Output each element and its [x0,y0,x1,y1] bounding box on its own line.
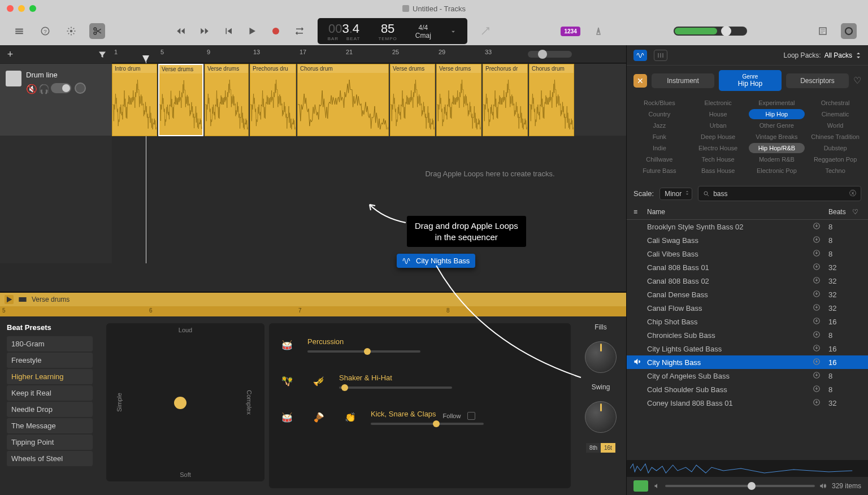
swing-resolution-toggle[interactable]: 8th16t [586,443,615,453]
genre-item[interactable]: Country [631,109,688,119]
loop-search[interactable]: ⓧ [698,186,861,201]
loop-row[interactable]: Canal Dense Bass 32 [627,288,868,301]
loop-reset-button[interactable]: ✕ [633,74,647,88]
preset-item[interactable]: The Message [7,418,93,433]
genre-item[interactable]: Chinese Tradition [807,132,863,142]
loop-row[interactable]: Canal Flow Bass 32 [627,301,868,315]
loop-row[interactable]: Coney Island 808 Bass 01 32 [627,396,868,410]
xy-pad-handle[interactable] [174,397,186,409]
genre-item[interactable]: Electronic Pop [749,166,805,176]
genre-item[interactable]: Orchestral [807,98,863,108]
view-mode-icon[interactable]: ≡ [633,208,647,216]
genre-item[interactable]: Funk [631,132,688,142]
minimize-window[interactable] [18,5,25,12]
track-toggle[interactable] [51,83,71,93]
genre-item[interactable]: Hip Hop/R&B [749,143,805,153]
loop-row[interactable]: City Lights Gated Bass 16 [627,342,868,355]
preset-item[interactable]: Needle Drop [7,402,93,417]
genre-item[interactable]: Reggaeton Pop [807,154,863,164]
count-in-badge[interactable]: 1234 [561,27,580,36]
loop-speaker-button[interactable] [633,480,648,492]
genre-item[interactable]: Indie [631,143,688,153]
headphones-icon[interactable]: 🎧 [38,84,47,93]
record-button[interactable] [268,23,284,39]
kick-icon[interactable]: 🥁 [276,406,298,428]
scale-select[interactable]: Minor [659,188,692,200]
loop-row[interactable]: Cali Vibes Bass 8 [627,247,868,260]
genre-item[interactable]: Cinematic [807,109,863,119]
horizontal-zoom-slider[interactable] [528,51,572,58]
metronome-icon[interactable] [591,23,606,39]
genre-item[interactable]: Jazz [631,120,688,131]
tab-genre[interactable]: Genre Hip Hop [719,70,782,91]
add-track-button[interactable]: + [5,49,16,60]
genre-item[interactable]: Techno [807,166,863,176]
tab-instrument[interactable]: Instrument [652,73,714,88]
mute-icon[interactable]: 🔇 [26,84,35,93]
audio-clip[interactable]: Verse drums [205,64,249,136]
loop-packs-selector[interactable]: Loop Packs: All Packs [784,51,861,59]
hihat-slider[interactable] [339,387,452,389]
genre-item[interactable]: Hip Hop [749,109,805,119]
editor-play-icon[interactable] [5,295,14,304]
loop-row[interactable]: Chronicles Sub Bass 8 [627,328,868,342]
search-clear-icon[interactable]: ⓧ [849,189,856,198]
loop-list[interactable]: Brooklyn Style Synth Bass 02 8 Cali Swag… [627,220,868,460]
editor-ruler[interactable]: 5 6 7 8 [0,306,626,316]
close-window[interactable] [7,5,14,12]
rewind-button[interactable] [173,23,189,39]
snare-icon[interactable]: 🪘 [307,406,330,428]
lcd-signature[interactable]: 4/4 Cmaj [415,24,431,40]
go-to-start-button[interactable] [220,23,236,39]
loop-row[interactable]: Cold Shoulder Sub Bass 8 [627,383,868,396]
audio-clip[interactable]: Verse drums [390,64,435,136]
genre-item[interactable]: World [807,120,863,131]
loop-row[interactable]: Chip Shot Bass 16 [627,315,868,328]
audio-clip[interactable]: Verse drums [158,64,203,136]
library-button[interactable] [11,23,27,39]
loop-preview-waveform[interactable] [627,460,868,477]
genre-item[interactable]: Chillwave [631,154,688,164]
settings-icon[interactable] [63,23,79,39]
tab-descriptors[interactable]: Descriptors [786,73,849,88]
tuning-icon[interactable] [478,23,493,39]
preset-item[interactable]: Higher Learning [7,369,93,384]
track-header[interactable]: Drum line 🔇 🎧 [0,63,112,136]
genre-item[interactable]: Tech House [690,154,747,164]
loop-browser-button[interactable] [841,23,857,39]
shaker-icon[interactable]: 🪇 [276,370,298,392]
loop-row[interactable]: City of Angeles Sub Bass 8 [627,369,868,383]
audio-clip[interactable]: Prechorus dr [483,64,528,136]
fills-knob[interactable] [585,341,617,373]
audio-clip[interactable]: Prechorus dru [250,64,296,136]
genre-item[interactable]: Rock/Blues [631,98,688,108]
maximize-window[interactable] [29,5,36,12]
note-pad-button[interactable] [815,23,831,39]
audio-clip[interactable]: Verse drums [436,64,481,136]
lcd-tempo[interactable]: 85 TEMPO [378,23,397,41]
genre-item[interactable]: Other Genre [749,120,805,131]
preset-item[interactable]: 180-Gram [7,336,93,351]
track-pan-knob[interactable] [75,82,86,94]
audio-clip[interactable]: Chorus drum [297,64,389,136]
genre-item[interactable]: Experimental [749,98,805,108]
editor-region-icon[interactable] [18,295,27,304]
help-button[interactable]: ? [37,23,53,39]
play-button[interactable] [244,23,260,39]
loop-row[interactable]: Canal 808 Bass 01 32 [627,260,868,274]
genre-item[interactable]: Dubstep [807,143,863,153]
genre-item[interactable]: House [690,109,747,119]
lcd-chevron-down-icon[interactable] [449,24,457,40]
preset-item[interactable]: Wheels of Steel [7,451,93,466]
loop-volume-slider[interactable] [654,483,826,489]
preset-item[interactable]: Keep it Real [7,385,93,401]
hihat-icon[interactable]: 🎺 [307,370,330,392]
loop-row[interactable]: Canal 808 Bass 02 32 [627,274,868,288]
cycle-button[interactable] [292,23,307,39]
genre-item[interactable]: Electro House [690,143,747,153]
loop-search-input[interactable] [713,190,846,198]
master-volume-slider[interactable] [674,27,747,36]
genre-item[interactable]: Bass House [690,166,747,176]
track-filter-icon[interactable] [97,49,107,59]
lcd-display[interactable]: 003.4 BARBEAT 85 TEMPO 4/4 Cmaj [318,18,467,44]
